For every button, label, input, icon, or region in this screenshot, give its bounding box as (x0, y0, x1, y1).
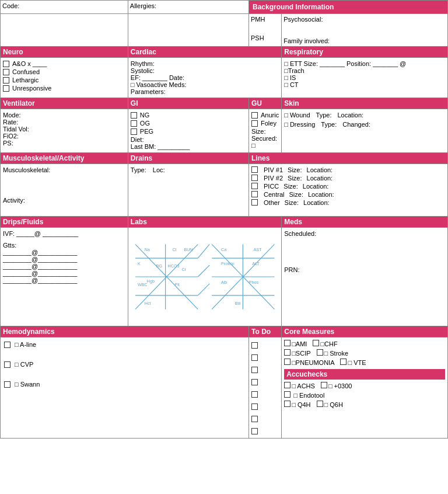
lethargic-checkbox[interactable] (3, 77, 9, 84)
pneumonia-checkbox[interactable] (284, 359, 290, 365)
svg-text:BG: BG (156, 264, 163, 269)
scip-checkbox[interactable] (284, 349, 290, 356)
svg-text:Alb: Alb (221, 280, 227, 285)
swann-checkbox[interactable] (4, 381, 10, 388)
pneumonia-cb-row: □PNEUMONIA (284, 359, 334, 366)
q6h-checkbox[interactable] (317, 401, 323, 407)
todo-cb-4[interactable] (251, 379, 258, 385)
todo-6 (251, 403, 279, 410)
svg-line-4 (198, 244, 209, 258)
chf-checkbox[interactable] (313, 340, 319, 346)
todo-cb-2[interactable] (251, 354, 258, 361)
gu-foley: Foley (251, 120, 279, 127)
allergies-empty (128, 14, 249, 47)
gi-ng: NG (131, 112, 246, 119)
peg-checkbox[interactable] (131, 128, 137, 135)
vte-cb-row: □ VTE (340, 359, 366, 366)
cardiac-header: Cardiac (128, 47, 281, 58)
plus3-checkbox[interactable] (321, 382, 327, 388)
meds-header: Meds (282, 217, 448, 228)
background-header-cell: Background Information (249, 1, 448, 14)
todo-cb-5[interactable] (251, 391, 258, 398)
og-checkbox[interactable] (131, 120, 137, 127)
svg-text:HCO3: HCO3 (167, 264, 179, 269)
aao-checkbox[interactable] (3, 61, 9, 67)
vte-checkbox[interactable] (340, 359, 346, 365)
gtts-row-4: ________@___________ (3, 270, 125, 277)
gu-anuric: Anuric (251, 112, 279, 119)
lastbm-row: Last BM: _________ (131, 143, 246, 150)
picc-row: PICC Size: Location: (251, 183, 445, 190)
diet-row: Diet: (131, 136, 246, 143)
drips-content: IVF: _____@ __________ Gtts: ________@__… (1, 228, 128, 326)
pmh-label: PMH (251, 16, 279, 23)
central-checkbox[interactable] (251, 191, 258, 197)
fio2-row: FiO2: (3, 133, 125, 140)
q4h-checkbox[interactable] (284, 401, 290, 407)
picc-checkbox[interactable] (251, 183, 258, 189)
aline-checkbox[interactable] (4, 342, 10, 348)
stroke-checkbox[interactable] (317, 349, 323, 356)
foley-checkbox[interactable] (251, 120, 258, 127)
neuro-confused: Confused (3, 68, 125, 75)
svg-text:Phos: Phos (249, 280, 259, 285)
piv1-row: PIV #1 Size: Location: (251, 166, 445, 173)
todo-cb-7[interactable] (251, 416, 258, 422)
svg-text:Bili: Bili (235, 301, 241, 306)
unresponsive-checkbox[interactable] (3, 85, 9, 92)
q4h-cb-row: □ Q4H (284, 401, 310, 408)
gi-og: OG (131, 120, 246, 127)
anuric-checkbox[interactable] (251, 112, 258, 119)
drains-content: Type: Loc: (128, 164, 249, 217)
todo-5 (251, 391, 279, 398)
labs-content: Na Cl BUN BG K HCO3 Cr Hgb WBC Plt Hct (128, 228, 281, 326)
todo-cb-8[interactable] (251, 428, 258, 434)
ef-row: EF: _______ Date: (131, 74, 279, 81)
endotool-checkbox[interactable] (284, 391, 290, 398)
psychosocial-label: Psychosocial: (284, 16, 446, 23)
piv1-checkbox[interactable] (251, 166, 258, 173)
todo-2 (251, 354, 279, 361)
todo-cb-6[interactable] (251, 403, 258, 410)
svg-text:Cr: Cr (181, 267, 186, 272)
hemodynamics-content: □ A-line □ CVP □ Swann (1, 338, 249, 439)
aline-row: □ A-line (4, 341, 245, 348)
meds-content: Scheduled: PRN: (282, 228, 448, 326)
gi-header: GI (128, 98, 249, 109)
todo-cb-3[interactable] (251, 367, 258, 373)
chf-cb-row: □CHF (313, 340, 337, 347)
code-label: Code: (2, 2, 19, 9)
neuro-header: Neuro (1, 47, 128, 58)
labs-header: Labs (128, 217, 281, 228)
ng-checkbox[interactable] (131, 112, 137, 119)
skin-content: □ Wound Type: Location: □ Dressing Type:… (282, 109, 448, 153)
stroke-cb-row: □ Stroke (317, 349, 349, 357)
ett-row: □ ETT Size: _______ Position: _______ @ (284, 60, 445, 67)
cvp-checkbox[interactable] (4, 361, 10, 368)
rhythm-row: Rhythm: (131, 60, 279, 67)
q6h-cb-row: □ Q6H (317, 401, 343, 408)
todo-cb-1[interactable] (251, 342, 258, 349)
psychosocial-cell: Psychosocial: Family involved: (282, 14, 448, 47)
params-row: Parameters: (131, 88, 279, 95)
other-checkbox[interactable] (251, 199, 258, 206)
gu-content: Anuric Foley Size: Secured: □ (249, 109, 282, 153)
neuro-aao: A&O x ____ (3, 60, 125, 67)
wound-row: □ Wound Type: Location: (284, 112, 445, 119)
psh-label: PSH (251, 34, 279, 41)
q4h-q6h-row: □ Q4H □ Q6H (284, 401, 445, 408)
tidalvol-row: Tidal Vol: (3, 126, 125, 133)
todo-7 (251, 416, 279, 422)
page: Code: Allergies: Background Information … (0, 0, 448, 439)
confused-checkbox[interactable] (3, 69, 9, 75)
piv2-checkbox[interactable] (251, 175, 258, 181)
gi-peg: PEG (131, 128, 246, 135)
ami-checkbox[interactable] (284, 340, 290, 346)
rate-row: Rate: (3, 119, 125, 126)
swann-row: □ Swann (4, 381, 245, 388)
respiratory-content: □ ETT Size: _______ Position: _______ @ … (282, 58, 448, 98)
is-row: □ IS (284, 74, 445, 81)
svg-text:Ca: Ca (221, 248, 226, 252)
vasomeds-row: □ Vasoactive Meds: (131, 81, 279, 88)
achs-checkbox[interactable] (284, 382, 290, 388)
